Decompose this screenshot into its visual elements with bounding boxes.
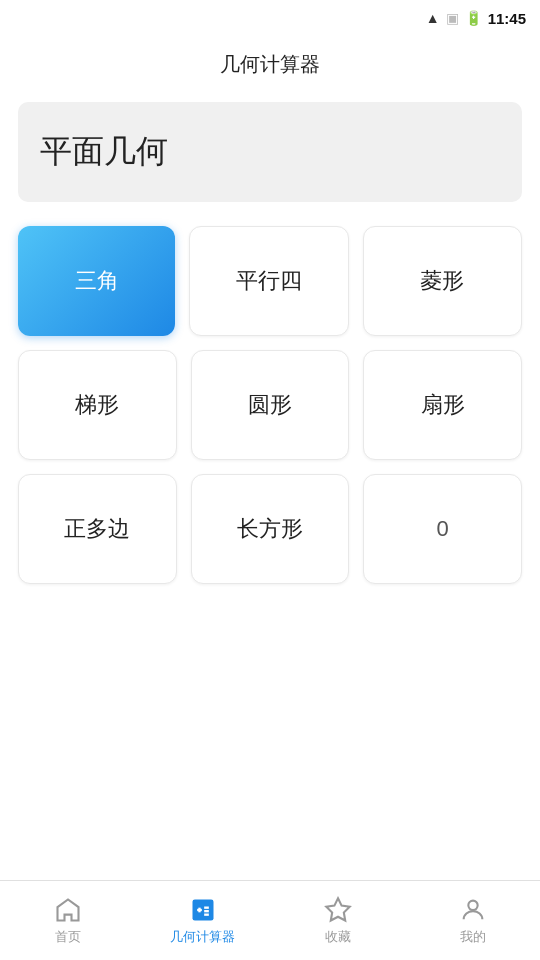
header: 几何计算器	[0, 36, 540, 92]
grid-item-trapezoid[interactable]: 梯形	[18, 350, 177, 460]
grid-item-parallelogram[interactable]: 平行四	[189, 226, 348, 336]
grid-item-sector[interactable]: 扇形	[363, 350, 522, 460]
grid-row-1: 梯形 圆形 扇形	[18, 350, 522, 460]
nav-label-home: 首页	[55, 928, 81, 946]
section-title: 平面几何	[40, 133, 168, 169]
header-title: 几何计算器	[220, 51, 320, 78]
signal-icon: ▣	[446, 10, 459, 26]
nav-label-my: 我的	[460, 928, 486, 946]
nav-label-calculator: 几何计算器	[170, 928, 235, 946]
nav-item-home[interactable]: 首页	[0, 896, 135, 946]
grid-item-triangle[interactable]: 三角	[18, 226, 175, 336]
nav-label-favorites: 收藏	[325, 928, 351, 946]
section-card: 平面几何	[18, 102, 522, 202]
home-icon	[54, 896, 82, 924]
bottom-nav: 首页 几何计算器 收藏 我的	[0, 880, 540, 960]
svg-rect-0	[192, 899, 213, 920]
calculator-icon	[189, 896, 217, 924]
star-icon	[324, 896, 352, 924]
grid-item-circle[interactable]: 圆形	[191, 350, 350, 460]
svg-point-7	[468, 900, 477, 909]
wifi-icon: ▲	[426, 10, 440, 26]
grid-item-polygon[interactable]: 正多边	[18, 474, 177, 584]
grid-row-2: 正多边 长方形 0	[18, 474, 522, 584]
grid-container: 三角 平行四 菱形 梯形 圆形 扇形 正多边 长方形 0	[0, 226, 540, 584]
status-bar: ▲ ▣ 🔋 11:45	[0, 0, 540, 36]
grid-row-0: 三角 平行四 菱形	[18, 226, 522, 336]
person-icon	[459, 896, 487, 924]
nav-item-calculator[interactable]: 几何计算器	[135, 896, 270, 946]
grid-item-rectangle[interactable]: 长方形	[191, 474, 350, 584]
grid-item-zero[interactable]: 0	[363, 474, 522, 584]
grid-item-rhombus[interactable]: 菱形	[363, 226, 522, 336]
battery-icon: 🔋	[465, 10, 482, 26]
nav-item-favorites[interactable]: 收藏	[270, 896, 405, 946]
status-time: 11:45	[488, 10, 526, 27]
svg-marker-6	[326, 898, 349, 920]
nav-item-my[interactable]: 我的	[405, 896, 540, 946]
